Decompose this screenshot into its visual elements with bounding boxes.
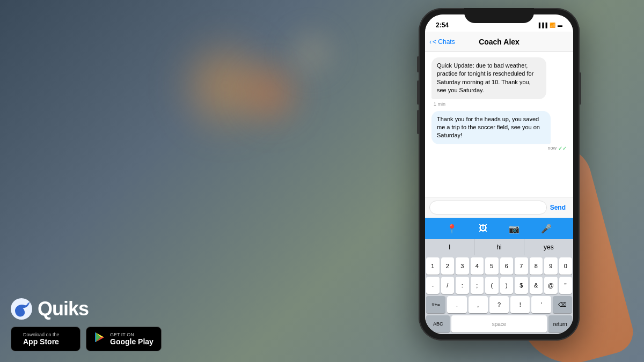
predictive-bar: I hi yes: [425, 239, 573, 255]
key-slash[interactable]: /: [441, 277, 455, 294]
key-period[interactable]: .: [447, 296, 466, 313]
key-8[interactable]: 8: [530, 257, 543, 275]
volume-up-button: [417, 80, 419, 105]
phone-frame: 2:54 ▐▐▐ 📶 ▬ ‹ < Chats Coach Alex: [419, 8, 580, 341]
phone-screen: 2:54 ▐▐▐ 📶 ▬ ‹ < Chats Coach Alex: [425, 14, 573, 334]
google-play-text: GET IT ON Google Play: [110, 332, 153, 346]
google-play-icon: [94, 331, 106, 346]
keyboard-row-4: ABC space return: [426, 315, 572, 333]
key-0[interactable]: 0: [559, 257, 573, 275]
app-store-sub: Download on the: [23, 332, 60, 337]
keyboard-row-3: #+= . , ? ! ' ⌫: [426, 296, 572, 313]
message-toolbar: 📍 🖼 📷 🎤: [425, 218, 573, 239]
key-dollar[interactable]: $: [515, 277, 528, 294]
key-7[interactable]: 7: [515, 257, 528, 275]
key-exclaim[interactable]: !: [510, 296, 530, 313]
google-play-main: Google Play: [110, 337, 153, 346]
key-space[interactable]: space: [451, 315, 546, 333]
message-time-received: 1 min: [434, 101, 567, 107]
key-hashplus[interactable]: #+=: [426, 296, 445, 313]
send-button[interactable]: Send: [547, 204, 569, 211]
message-received: Quick Update: due to bad weather, practi…: [431, 57, 546, 99]
power-button: [579, 72, 581, 105]
key-backspace[interactable]: ⌫: [553, 296, 572, 313]
bokeh-3: [279, 21, 343, 86]
google-play-button[interactable]: GET IT ON Google Play: [86, 327, 162, 351]
signal-icon: ▐▐▐: [537, 23, 547, 28]
back-button[interactable]: ‹ < Chats: [429, 38, 455, 46]
store-buttons: Download on the App Store GET IT ON Goog…: [11, 327, 162, 351]
branding-area: Quiks Download on the App Store: [11, 298, 162, 351]
chat-title: Coach Alex: [479, 38, 519, 46]
chat-header: ‹ < Chats Coach Alex: [425, 32, 573, 52]
google-play-sub: GET IT ON: [110, 332, 153, 337]
message-sent: Thank you for the heads up, you saved me…: [431, 111, 567, 151]
key-4[interactable]: 4: [471, 257, 484, 275]
key-comma[interactable]: ,: [469, 296, 488, 313]
key-dash[interactable]: -: [426, 277, 440, 294]
key-semicolon[interactable]: ;: [471, 277, 484, 294]
messages-area: Quick Update: due to bad weather, practi…: [425, 52, 573, 197]
message-text: Quick Update: due to bad weather, practi…: [437, 62, 533, 93]
pred-item-3[interactable]: yes: [524, 239, 573, 255]
key-6[interactable]: 6: [500, 257, 514, 275]
microphone-icon[interactable]: 🎤: [541, 224, 552, 234]
battery-icon: ▬: [558, 23, 562, 28]
key-quote[interactable]: ": [559, 277, 573, 294]
message-sent-bubble: Thank you for the heads up, you saved me…: [431, 111, 551, 144]
key-apostrophe[interactable]: ': [531, 296, 551, 313]
back-label[interactable]: < Chats: [433, 38, 455, 46]
key-5[interactable]: 5: [485, 257, 499, 275]
key-openparen[interactable]: (: [485, 277, 499, 294]
app-store-text: Download on the App Store: [23, 332, 60, 346]
key-question[interactable]: ?: [489, 296, 509, 313]
camera-icon[interactable]: 📷: [509, 224, 519, 234]
phone-notch: [464, 8, 534, 23]
key-colon[interactable]: :: [456, 277, 469, 294]
key-abc[interactable]: ABC: [426, 315, 450, 333]
app-store-main: App Store: [23, 337, 60, 346]
status-icons: ▐▐▐ 📶 ▬: [537, 23, 562, 28]
message-sent-time: now ✓✓: [431, 145, 567, 151]
location-icon[interactable]: 📍: [447, 224, 457, 234]
message-input[interactable]: [429, 201, 547, 215]
keyboard-row-2: - / : ; ( ) $ & @ ": [426, 277, 572, 294]
key-closeparen[interactable]: ): [500, 277, 514, 294]
image-icon[interactable]: 🖼: [479, 224, 487, 233]
pred-item-2[interactable]: hi: [474, 239, 524, 255]
brand-logo: Quiks: [11, 298, 162, 320]
message-sent-wrapper: Thank you for the heads up, you saved me…: [431, 111, 567, 151]
pred-item-1[interactable]: I: [425, 239, 474, 255]
chevron-left-icon: ‹: [429, 38, 431, 46]
app-logo-icon: [11, 298, 32, 320]
key-1[interactable]: 1: [426, 257, 440, 275]
message-input-area: Send: [425, 197, 573, 218]
keyboard: 1 2 3 4 5 6 7 8 9 0 - / : ; (: [425, 255, 573, 334]
status-time: 2:54: [436, 21, 449, 29]
wifi-icon: 📶: [550, 23, 555, 28]
volume-down-button: [417, 110, 419, 134]
brand-name-text: Quiks: [38, 298, 89, 320]
phone-wrapper: 2:54 ▐▐▐ 📶 ▬ ‹ < Chats Coach Alex: [419, 8, 590, 349]
key-return[interactable]: return: [548, 315, 572, 333]
key-ampersand[interactable]: &: [530, 277, 543, 294]
read-checkmark: ✓✓: [558, 145, 567, 151]
key-3[interactable]: 3: [456, 257, 469, 275]
key-9[interactable]: 9: [544, 257, 558, 275]
mute-button: [417, 56, 419, 72]
keyboard-row-1: 1 2 3 4 5 6 7 8 9 0: [426, 257, 572, 275]
app-store-button[interactable]: Download on the App Store: [11, 327, 80, 351]
key-at[interactable]: @: [544, 277, 558, 294]
key-2[interactable]: 2: [441, 257, 455, 275]
